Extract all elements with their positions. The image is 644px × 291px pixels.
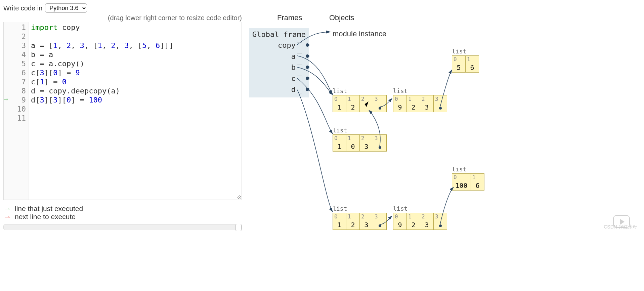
heap-object: list0123123: [333, 205, 387, 230]
heap-object: list012312: [333, 87, 387, 112]
frame-var: d: [252, 84, 306, 95]
list-table: 0123123: [333, 213, 387, 230]
list-index: 2: [420, 213, 434, 220]
list-value: 2: [407, 220, 420, 230]
resize-handle[interactable]: [237, 195, 241, 199]
pointer-dot-icon: [379, 224, 381, 227]
list-index: 3: [373, 135, 387, 142]
next-label: next line to execute: [15, 213, 76, 221]
line-number: 1: [4, 23, 26, 32]
list-index: 2: [360, 213, 373, 220]
code-area[interactable]: import copya = [1, 2, 3, [1, 2, 3, [5, 6…: [29, 22, 175, 200]
object-type-label: list: [452, 166, 484, 173]
code-line[interactable]: c[3][0] = 9: [31, 68, 173, 77]
list-index: 0: [333, 135, 346, 142]
frame-var: c: [252, 73, 306, 84]
list-value: 1: [333, 103, 346, 112]
list-value: [434, 103, 447, 112]
list-value: 9: [393, 220, 407, 230]
code-line[interactable]: d[3][3][0] = 100: [31, 95, 173, 105]
code-line[interactable]: a = [1, 2, 3, [1, 2, 3, [5, 6]]]: [31, 41, 173, 50]
list-table: 0123103: [333, 134, 387, 152]
list-value: [373, 220, 387, 230]
list-index: 1: [407, 213, 420, 220]
executed-label: line that just executed: [15, 205, 83, 213]
list-value: 2: [346, 103, 360, 112]
frame-var: a: [252, 51, 306, 62]
slider-handle[interactable]: [235, 224, 242, 231]
heap-object: list011006: [452, 166, 484, 191]
line-number: 6: [4, 68, 26, 77]
resize-hint: (drag lower right corner to resize code …: [7, 14, 242, 22]
heap-object: list0123103: [333, 127, 387, 152]
list-value: 1: [333, 142, 346, 152]
list-index: 1: [407, 95, 420, 103]
line-number: 11: [4, 114, 26, 123]
step-slider[interactable]: [3, 224, 242, 230]
pointer-dot-icon: [379, 107, 381, 110]
list-value: 5: [452, 63, 466, 73]
list-table: 0123923: [393, 213, 447, 230]
list-index: 2: [360, 135, 373, 142]
list-value: 0: [346, 142, 360, 152]
frame-var: b: [252, 62, 306, 73]
list-index: 0: [333, 213, 346, 220]
list-table: 0156: [452, 55, 479, 73]
list-value: 3: [360, 142, 373, 152]
list-index: 0: [452, 174, 471, 181]
list-index: 1: [346, 95, 360, 103]
code-line[interactable]: c = a.copy(): [31, 59, 173, 68]
heap-object: list0156: [452, 48, 479, 73]
code-line[interactable]: b = a: [31, 50, 173, 59]
object-type-label: list: [333, 87, 387, 94]
pointer-dot-icon: [439, 107, 442, 110]
list-value: 3: [360, 220, 373, 230]
list-value: [434, 220, 447, 230]
watermark: CSDN @红水母: [604, 224, 637, 230]
list-index: 3: [373, 213, 387, 220]
line-number: 3: [4, 41, 26, 50]
object-type-label: list: [393, 87, 447, 94]
line-number: 5: [4, 59, 26, 68]
list-value: [373, 103, 387, 112]
list-value: 6: [471, 181, 484, 191]
list-value: 1: [333, 220, 346, 230]
list-index: 0: [393, 213, 407, 220]
list-index: 1: [466, 56, 479, 63]
mouse-cursor-icon: [365, 102, 371, 111]
pointer-dot-icon: [439, 224, 442, 227]
list-value: 6: [466, 63, 479, 73]
objects-header: Objects: [329, 13, 354, 22]
list-index: 0: [393, 95, 407, 103]
list-value: 100: [452, 181, 471, 191]
code-line[interactable]: c[1] = 0: [31, 77, 173, 86]
heap-object: list0123923: [393, 205, 447, 230]
list-index: 1: [346, 135, 360, 142]
code-line[interactable]: d = copy.deepcopy(a): [31, 86, 173, 95]
language-select[interactable]: Python 3.6: [45, 3, 87, 13]
line-number: 8: [4, 86, 26, 95]
next-arrow-icon: →: [3, 213, 11, 221]
list-value: [373, 142, 387, 152]
global-frame: Global frame copyabcd: [249, 28, 309, 97]
list-table: 0123923: [393, 95, 447, 112]
pointer-dot-icon: [379, 146, 381, 149]
list-table: 012312: [333, 95, 387, 112]
list-value: 2: [346, 220, 360, 230]
line-number: 10: [4, 105, 26, 114]
object-type-label: list: [393, 205, 447, 212]
list-index: 2: [360, 95, 373, 103]
list-index: 2: [420, 95, 434, 103]
heap-object: list0123923: [393, 87, 447, 112]
object-type-label: list: [333, 127, 387, 134]
code-line[interactable]: [31, 114, 173, 123]
code-line[interactable]: [31, 105, 173, 114]
code-line[interactable]: import copy: [31, 23, 173, 32]
list-index: 0: [452, 56, 466, 63]
list-table: 011006: [452, 173, 484, 191]
list-index: 1: [346, 213, 360, 220]
code-editor[interactable]: 1234567891011→ import copya = [1, 2, 3, …: [3, 22, 242, 200]
line-number: 7: [4, 77, 26, 86]
code-line[interactable]: [31, 32, 173, 41]
write-code-label: Write code in: [3, 4, 42, 12]
